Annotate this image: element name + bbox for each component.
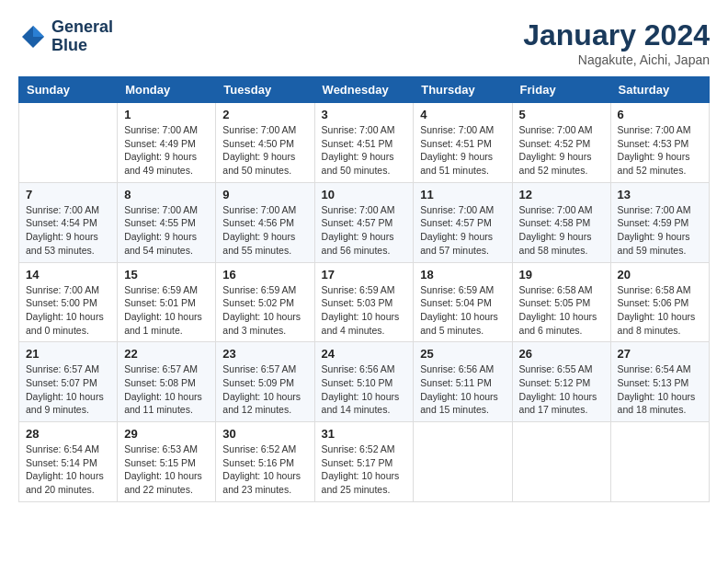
day-info: Sunrise: 7:00 AMSunset: 4:51 PMDaylight:…: [322, 123, 407, 178]
day-number: 20: [618, 268, 702, 282]
day-number: 25: [420, 347, 505, 361]
day-number: 9: [222, 188, 307, 201]
column-header-saturday: Saturday: [610, 77, 709, 103]
day-info: Sunrise: 7:00 AMSunset: 4:53 PMDaylight:…: [618, 123, 702, 178]
calendar-cell: 22Sunrise: 6:57 AMSunset: 5:08 PMDayligh…: [118, 342, 216, 422]
calendar-cell: 11Sunrise: 7:00 AMSunset: 4:57 PMDayligh…: [414, 182, 512, 262]
day-info: Sunrise: 7:00 AMSunset: 5:00 PMDaylight:…: [26, 283, 110, 338]
calendar-cell: 14Sunrise: 7:00 AMSunset: 5:00 PMDayligh…: [19, 262, 118, 342]
location-subtitle: Nagakute, Aichi, Japan: [523, 52, 710, 67]
day-number: 5: [519, 108, 604, 121]
day-number: 2: [222, 108, 307, 121]
column-header-tuesday: Tuesday: [216, 77, 314, 103]
day-info: Sunrise: 7:00 AMSunset: 4:56 PMDaylight:…: [222, 203, 307, 258]
calendar-week-row: 21Sunrise: 6:57 AMSunset: 5:07 PMDayligh…: [19, 342, 710, 422]
calendar-cell: [512, 422, 610, 502]
day-number: 11: [420, 188, 505, 201]
calendar-week-row: 1Sunrise: 7:00 AMSunset: 4:49 PMDaylight…: [19, 103, 710, 183]
calendar-cell: 30Sunrise: 6:52 AMSunset: 5:16 PMDayligh…: [216, 422, 314, 502]
calendar-cell: 24Sunrise: 6:56 AMSunset: 5:10 PMDayligh…: [314, 342, 414, 422]
day-info: Sunrise: 6:58 AMSunset: 5:05 PMDaylight:…: [519, 283, 604, 338]
day-info: Sunrise: 7:00 AMSunset: 4:54 PMDaylight:…: [26, 203, 110, 258]
day-number: 1: [124, 108, 209, 121]
calendar-cell: 23Sunrise: 6:57 AMSunset: 5:09 PMDayligh…: [216, 342, 314, 422]
day-number: 13: [618, 188, 702, 201]
calendar-week-row: 28Sunrise: 6:54 AMSunset: 5:14 PMDayligh…: [19, 422, 710, 502]
day-info: Sunrise: 7:00 AMSunset: 4:57 PMDaylight:…: [420, 203, 505, 258]
title-section: January 2024 Nagakute, Aichi, Japan: [523, 18, 710, 67]
calendar-cell: 25Sunrise: 6:56 AMSunset: 5:11 PMDayligh…: [414, 342, 512, 422]
day-info: Sunrise: 7:00 AMSunset: 4:57 PMDaylight:…: [322, 203, 407, 258]
svg-marker-1: [33, 26, 44, 37]
day-number: 6: [618, 108, 702, 121]
day-info: Sunrise: 6:55 AMSunset: 5:12 PMDaylight:…: [519, 362, 604, 417]
calendar-cell: 19Sunrise: 6:58 AMSunset: 5:05 PMDayligh…: [512, 262, 610, 342]
calendar-cell: [610, 422, 709, 502]
calendar-cell: 16Sunrise: 6:59 AMSunset: 5:02 PMDayligh…: [216, 262, 314, 342]
column-header-wednesday: Wednesday: [314, 77, 414, 103]
day-info: Sunrise: 6:58 AMSunset: 5:06 PMDaylight:…: [618, 283, 702, 338]
day-info: Sunrise: 6:52 AMSunset: 5:16 PMDaylight:…: [222, 442, 307, 497]
day-info: Sunrise: 6:59 AMSunset: 5:02 PMDaylight:…: [222, 283, 307, 338]
calendar-cell: [19, 103, 118, 183]
column-header-friday: Friday: [512, 77, 610, 103]
calendar-cell: 26Sunrise: 6:55 AMSunset: 5:12 PMDayligh…: [512, 342, 610, 422]
day-info: Sunrise: 6:56 AMSunset: 5:11 PMDaylight:…: [420, 362, 505, 417]
calendar-cell: 20Sunrise: 6:58 AMSunset: 5:06 PMDayligh…: [610, 262, 709, 342]
day-info: Sunrise: 7:00 AMSunset: 4:49 PMDaylight:…: [124, 123, 209, 178]
day-info: Sunrise: 6:59 AMSunset: 5:01 PMDaylight:…: [124, 283, 209, 338]
logo-text: General Blue: [51, 18, 113, 55]
day-info: Sunrise: 6:57 AMSunset: 5:08 PMDaylight:…: [124, 362, 209, 417]
calendar-week-row: 14Sunrise: 7:00 AMSunset: 5:00 PMDayligh…: [19, 262, 710, 342]
column-header-monday: Monday: [118, 77, 216, 103]
calendar-cell: 31Sunrise: 6:52 AMSunset: 5:17 PMDayligh…: [314, 422, 414, 502]
calendar-cell: 9Sunrise: 7:00 AMSunset: 4:56 PMDaylight…: [216, 182, 314, 262]
calendar-cell: [414, 422, 512, 502]
day-number: 19: [519, 268, 604, 282]
day-number: 26: [519, 347, 604, 361]
calendar-cell: 6Sunrise: 7:00 AMSunset: 4:53 PMDaylight…: [610, 103, 709, 183]
calendar-cell: 5Sunrise: 7:00 AMSunset: 4:52 PMDaylight…: [512, 103, 610, 183]
calendar-cell: 18Sunrise: 6:59 AMSunset: 5:04 PMDayligh…: [414, 262, 512, 342]
day-number: 3: [322, 108, 407, 121]
calendar-cell: 8Sunrise: 7:00 AMSunset: 4:55 PMDaylight…: [118, 182, 216, 262]
calendar-cell: 4Sunrise: 7:00 AMSunset: 4:51 PMDaylight…: [414, 103, 512, 183]
logo-icon: [18, 22, 48, 52]
day-number: 8: [124, 188, 209, 201]
day-number: 14: [26, 268, 110, 282]
day-number: 22: [124, 347, 209, 361]
calendar-cell: 21Sunrise: 6:57 AMSunset: 5:07 PMDayligh…: [19, 342, 118, 422]
calendar-cell: 7Sunrise: 7:00 AMSunset: 4:54 PMDaylight…: [19, 182, 118, 262]
day-info: Sunrise: 7:00 AMSunset: 4:58 PMDaylight:…: [519, 203, 604, 258]
day-info: Sunrise: 7:00 AMSunset: 4:59 PMDaylight:…: [618, 203, 702, 258]
day-number: 21: [26, 347, 110, 361]
calendar-cell: 29Sunrise: 6:53 AMSunset: 5:15 PMDayligh…: [118, 422, 216, 502]
calendar-cell: 3Sunrise: 7:00 AMSunset: 4:51 PMDaylight…: [314, 103, 414, 183]
day-info: Sunrise: 7:00 AMSunset: 4:50 PMDaylight:…: [222, 123, 307, 178]
calendar-cell: 10Sunrise: 7:00 AMSunset: 4:57 PMDayligh…: [314, 182, 414, 262]
day-info: Sunrise: 6:54 AMSunset: 5:13 PMDaylight:…: [618, 362, 702, 417]
day-info: Sunrise: 7:00 AMSunset: 4:52 PMDaylight:…: [519, 123, 604, 178]
day-number: 24: [322, 347, 407, 361]
day-number: 23: [222, 347, 307, 361]
calendar-header-row: SundayMondayTuesdayWednesdayThursdayFrid…: [19, 77, 710, 103]
calendar-cell: 27Sunrise: 6:54 AMSunset: 5:13 PMDayligh…: [610, 342, 709, 422]
column-header-sunday: Sunday: [19, 77, 118, 103]
calendar-cell: 2Sunrise: 7:00 AMSunset: 4:50 PMDaylight…: [216, 103, 314, 183]
calendar-cell: 15Sunrise: 6:59 AMSunset: 5:01 PMDayligh…: [118, 262, 216, 342]
calendar-week-row: 7Sunrise: 7:00 AMSunset: 4:54 PMDaylight…: [19, 182, 710, 262]
day-number: 18: [420, 268, 505, 282]
calendar-cell: 1Sunrise: 7:00 AMSunset: 4:49 PMDaylight…: [118, 103, 216, 183]
day-number: 15: [124, 268, 209, 282]
day-number: 16: [222, 268, 307, 282]
column-header-thursday: Thursday: [414, 77, 512, 103]
day-number: 29: [124, 427, 209, 441]
day-number: 17: [322, 268, 407, 282]
day-number: 12: [519, 188, 604, 201]
calendar-table: SundayMondayTuesdayWednesdayThursdayFrid…: [18, 76, 710, 502]
day-info: Sunrise: 6:57 AMSunset: 5:09 PMDaylight:…: [222, 362, 307, 417]
day-number: 27: [618, 347, 702, 361]
day-number: 10: [322, 188, 407, 201]
calendar-cell: 17Sunrise: 6:59 AMSunset: 5:03 PMDayligh…: [314, 262, 414, 342]
day-info: Sunrise: 6:59 AMSunset: 5:04 PMDaylight:…: [420, 283, 505, 338]
